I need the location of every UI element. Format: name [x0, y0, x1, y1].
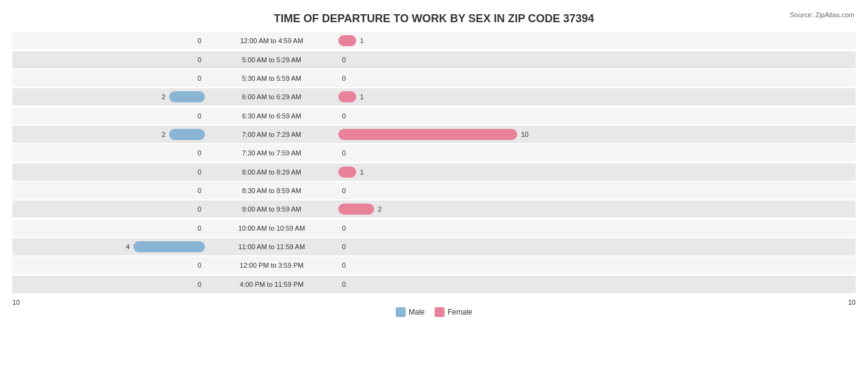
female-bar: [338, 129, 517, 140]
female-value: 0: [342, 187, 354, 194]
female-section: 2: [333, 204, 856, 215]
female-legend-label: Female: [448, 308, 472, 316]
female-section: 0: [333, 147, 856, 159]
male-section: 0: [12, 223, 210, 234]
male-section: 0: [12, 54, 210, 65]
male-section: 0: [12, 167, 210, 178]
female-section: 0: [333, 185, 856, 196]
male-section: 0: [12, 204, 210, 215]
table-row: 0 6:30 AM to 6:59 AM 0: [12, 107, 856, 125]
table-row: 0 7:30 AM to 7:59 AM 0: [12, 144, 856, 162]
female-value: 1: [360, 37, 372, 44]
rows-container: 0 12:00 AM to 4:59 AM 1 0 5:00 AM to 5:2…: [12, 31, 856, 294]
time-label: 7:30 AM to 7:59 AM: [210, 149, 333, 157]
male-bar: [169, 91, 205, 102]
time-label: 5:30 AM to 5:59 AM: [210, 75, 333, 82]
time-label: 12:00 PM to 3:59 PM: [210, 262, 333, 269]
male-value: 0: [189, 205, 201, 213]
time-label: 8:00 AM to 8:29 AM: [210, 168, 333, 176]
male-section: 0: [12, 185, 210, 196]
female-value: 1: [360, 93, 372, 101]
female-section: 0: [333, 279, 856, 290]
male-value: 0: [189, 187, 201, 194]
table-row: 2 6:00 AM to 6:29 AM 1: [12, 88, 856, 105]
male-section: 0: [12, 35, 210, 46]
female-value: 0: [342, 75, 354, 82]
time-label: 9:00 AM to 9:59 AM: [210, 205, 333, 213]
male-section: 0: [12, 279, 210, 290]
female-bar: [338, 35, 356, 46]
table-row: 0 12:00 PM to 3:59 PM 0: [12, 257, 856, 274]
female-value: 1: [360, 168, 372, 176]
female-section: 1: [333, 167, 856, 178]
time-label: 11:00 AM to 11:59 AM: [210, 243, 333, 250]
female-value: 0: [342, 262, 354, 269]
time-label: 4:00 PM to 11:59 PM: [210, 281, 333, 288]
female-section: 1: [333, 91, 856, 102]
male-bar: [133, 241, 205, 252]
table-row: 0 4:00 PM to 11:59 PM 0: [12, 276, 856, 293]
time-label: 6:30 AM to 6:59 AM: [210, 112, 333, 120]
female-bar: [338, 167, 356, 178]
male-value: 0: [189, 37, 201, 44]
male-value: 2: [153, 131, 165, 138]
female-section: 0: [333, 110, 856, 122]
x-axis: 10 10: [12, 299, 856, 306]
time-label: 12:00 AM to 4:59 AM: [210, 37, 333, 44]
table-row: 0 9:00 AM to 9:59 AM 2: [12, 200, 856, 218]
female-bar: [338, 204, 374, 215]
male-value: 0: [189, 225, 201, 232]
table-row: 0 8:00 AM to 8:29 AM 1: [12, 163, 856, 181]
male-value: 0: [189, 281, 201, 288]
chart-container: TIME OF DEPARTURE TO WORK BY SEX IN ZIP …: [0, 0, 868, 367]
male-value: 0: [189, 75, 201, 82]
male-value: 0: [189, 149, 201, 157]
table-row: 0 5:00 AM to 5:29 AM 0: [12, 51, 856, 68]
female-value: 0: [342, 149, 354, 157]
table-row: 2 7:00 AM to 7:29 AM 10: [12, 126, 856, 143]
female-section: 0: [333, 223, 856, 234]
table-row: 0 8:30 AM to 8:59 AM 0: [12, 182, 856, 199]
female-value: 0: [342, 56, 354, 64]
female-value: 2: [378, 205, 390, 213]
female-value: 10: [521, 131, 533, 138]
female-section: 0: [333, 241, 856, 252]
male-value: 4: [117, 243, 130, 250]
male-value: 0: [189, 112, 201, 120]
male-value: 2: [153, 93, 165, 101]
male-section: 4: [12, 241, 210, 252]
table-row: 4 11:00 AM to 11:59 AM 0: [12, 238, 856, 255]
female-section: 1: [333, 35, 856, 46]
legend-male: Male: [396, 307, 425, 317]
male-legend-box: [396, 307, 406, 317]
male-section: 0: [12, 73, 210, 84]
time-label: 8:30 AM to 8:59 AM: [210, 187, 333, 194]
male-section: 0: [12, 260, 210, 271]
female-section: 0: [333, 260, 856, 271]
male-value: 0: [189, 56, 201, 64]
female-value: 0: [342, 243, 354, 250]
legend: Male Female: [396, 307, 472, 317]
time-label: 6:00 AM to 6:29 AM: [210, 93, 333, 101]
legend-female: Female: [435, 307, 472, 317]
female-section: 0: [333, 54, 856, 65]
chart-area: 0 12:00 AM to 4:59 AM 1 0 5:00 AM to 5:2…: [12, 31, 856, 318]
male-legend-label: Male: [409, 308, 425, 316]
time-label: 5:00 AM to 5:29 AM: [210, 56, 333, 64]
male-section: 2: [12, 91, 210, 102]
female-bar: [338, 91, 356, 102]
source-text: Source: ZipAtlas.com: [790, 11, 854, 19]
female-section: 0: [333, 73, 856, 84]
time-label: 10:00 AM to 10:59 AM: [210, 225, 333, 232]
male-value: 0: [189, 168, 201, 176]
table-row: 0 12:00 AM to 4:59 AM 1: [12, 32, 856, 49]
table-row: 0 10:00 AM to 10:59 AM 0: [12, 220, 856, 237]
x-label-right: 10: [848, 299, 856, 306]
chart-title: TIME OF DEPARTURE TO WORK BY SEX IN ZIP …: [12, 12, 856, 25]
time-label: 7:00 AM to 7:29 AM: [210, 131, 333, 138]
male-section: 2: [12, 129, 210, 140]
female-value: 0: [342, 112, 354, 120]
male-value: 0: [189, 262, 201, 269]
female-section: 10: [333, 129, 856, 140]
table-row: 0 5:30 AM to 5:59 AM 0: [12, 70, 856, 87]
